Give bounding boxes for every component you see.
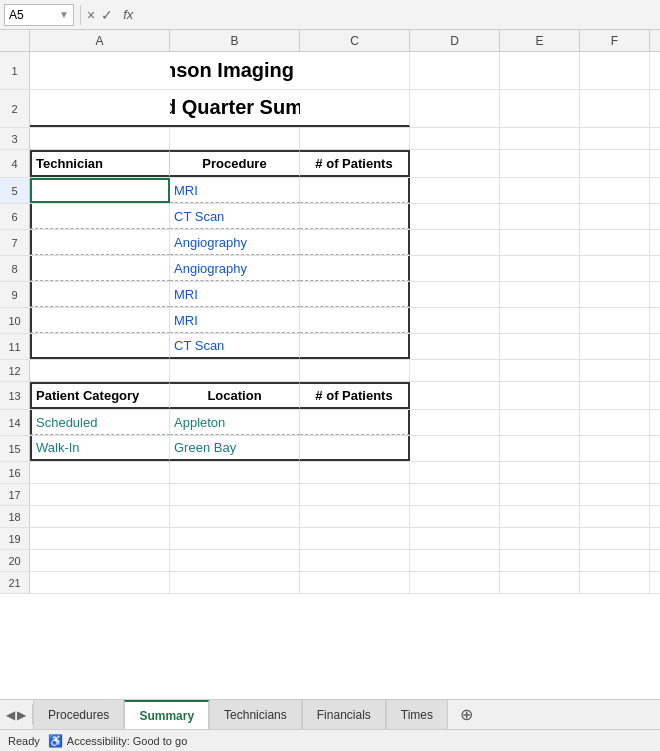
cell-a13[interactable]: Patient Category xyxy=(30,382,170,409)
cell-a8[interactable] xyxy=(30,256,170,281)
cell-f12[interactable] xyxy=(580,360,650,381)
col-header-b[interactable]: B xyxy=(170,30,300,51)
cell-f1[interactable] xyxy=(580,52,650,89)
cell-b15[interactable]: Green Bay xyxy=(170,436,300,461)
cell-d7[interactable] xyxy=(410,230,500,255)
cell-c11[interactable] xyxy=(300,334,410,359)
cell-d13[interactable] xyxy=(410,382,500,409)
cell-d8[interactable] xyxy=(410,256,500,281)
cell-d4[interactable] xyxy=(410,150,500,177)
cell-f5[interactable] xyxy=(580,178,650,203)
cell-e9[interactable] xyxy=(500,282,580,307)
cell-c8[interactable] xyxy=(300,256,410,281)
cell-a6[interactable] xyxy=(30,204,170,229)
col-header-e[interactable]: E xyxy=(500,30,580,51)
cell-a15[interactable]: Walk-In xyxy=(30,436,170,461)
tab-summary[interactable]: Summary xyxy=(124,700,209,729)
tab-procedures[interactable]: Procedures xyxy=(33,700,124,729)
cell-e5[interactable] xyxy=(500,178,580,203)
cell-b14[interactable]: Appleton xyxy=(170,410,300,435)
cell-f6[interactable] xyxy=(580,204,650,229)
cell-c4[interactable]: # of Patients xyxy=(300,150,410,177)
cell-c1[interactable] xyxy=(300,52,410,89)
cell-f11[interactable] xyxy=(580,334,650,359)
cell-e7[interactable] xyxy=(500,230,580,255)
cell-a2[interactable] xyxy=(30,90,170,127)
cell-e14[interactable] xyxy=(500,410,580,435)
cell-e15[interactable] xyxy=(500,436,580,461)
cell-d3[interactable] xyxy=(410,128,500,149)
cell-d14[interactable] xyxy=(410,410,500,435)
cell-b12[interactable] xyxy=(170,360,300,381)
tab-times[interactable]: Times xyxy=(386,700,448,729)
cell-b4[interactable]: Procedure xyxy=(170,150,300,177)
cell-a1[interactable] xyxy=(30,52,170,89)
cell-f2[interactable] xyxy=(580,90,650,127)
cell-e4[interactable] xyxy=(500,150,580,177)
cell-f10[interactable] xyxy=(580,308,650,333)
cell-f13[interactable] xyxy=(580,382,650,409)
cell-a5[interactable] xyxy=(30,178,170,203)
cell-f3[interactable] xyxy=(580,128,650,149)
cell-d11[interactable] xyxy=(410,334,500,359)
cell-b1[interactable]: Clemenson Imaging xyxy=(170,52,300,89)
sheet-nav-next[interactable]: ▶ xyxy=(17,708,26,722)
cell-b3[interactable] xyxy=(170,128,300,149)
cell-f15[interactable] xyxy=(580,436,650,461)
cell-a12[interactable] xyxy=(30,360,170,381)
cell-e10[interactable] xyxy=(500,308,580,333)
cell-a14[interactable]: Scheduled xyxy=(30,410,170,435)
cell-d2[interactable] xyxy=(410,90,500,127)
cell-c6[interactable] xyxy=(300,204,410,229)
col-header-f[interactable]: F xyxy=(580,30,650,51)
cell-c9[interactable] xyxy=(300,282,410,307)
cell-e6[interactable] xyxy=(500,204,580,229)
cell-f7[interactable] xyxy=(580,230,650,255)
cell-c3[interactable] xyxy=(300,128,410,149)
cell-b11[interactable]: CT Scan xyxy=(170,334,300,359)
cell-reference-box[interactable]: A5 ▼ xyxy=(4,4,74,26)
cell-b5[interactable]: MRI xyxy=(170,178,300,203)
cell-e12[interactable] xyxy=(500,360,580,381)
cell-d1[interactable] xyxy=(410,52,500,89)
cell-c10[interactable] xyxy=(300,308,410,333)
cell-a3[interactable] xyxy=(30,128,170,149)
cell-d12[interactable] xyxy=(410,360,500,381)
cell-b8[interactable]: Angiography xyxy=(170,256,300,281)
cell-f8[interactable] xyxy=(580,256,650,281)
cell-a4[interactable]: Technician xyxy=(30,150,170,177)
cell-c2[interactable] xyxy=(300,90,410,127)
cell-a10[interactable] xyxy=(30,308,170,333)
add-sheet-button[interactable]: ⊕ xyxy=(452,700,481,729)
fx-icon[interactable]: fx xyxy=(123,7,133,22)
cell-b7[interactable]: Angiography xyxy=(170,230,300,255)
col-header-a[interactable]: A xyxy=(30,30,170,51)
cell-c12[interactable] xyxy=(300,360,410,381)
cell-d6[interactable] xyxy=(410,204,500,229)
cell-a11[interactable] xyxy=(30,334,170,359)
cell-a7[interactable] xyxy=(30,230,170,255)
cell-c13[interactable]: # of Patients xyxy=(300,382,410,409)
cell-f9[interactable] xyxy=(580,282,650,307)
cell-e1[interactable] xyxy=(500,52,580,89)
sheet-nav-prev[interactable]: ◀ xyxy=(6,708,15,722)
cell-d15[interactable] xyxy=(410,436,500,461)
cell-e11[interactable] xyxy=(500,334,580,359)
cancel-icon[interactable]: × xyxy=(87,7,95,23)
col-header-d[interactable]: D xyxy=(410,30,500,51)
cell-b6[interactable]: CT Scan xyxy=(170,204,300,229)
cell-b10[interactable]: MRI xyxy=(170,308,300,333)
cell-e8[interactable] xyxy=(500,256,580,281)
tab-technicians[interactable]: Technicians xyxy=(209,700,302,729)
cell-c14[interactable] xyxy=(300,410,410,435)
cell-d5[interactable] xyxy=(410,178,500,203)
cell-b9[interactable]: MRI xyxy=(170,282,300,307)
cell-c7[interactable] xyxy=(300,230,410,255)
cell-b2[interactable]: Second Quarter Summary xyxy=(170,90,300,127)
cell-c15[interactable] xyxy=(300,436,410,461)
cell-e13[interactable] xyxy=(500,382,580,409)
cell-d9[interactable] xyxy=(410,282,500,307)
cell-d10[interactable] xyxy=(410,308,500,333)
cell-c5[interactable] xyxy=(300,178,410,203)
col-header-c[interactable]: C xyxy=(300,30,410,51)
